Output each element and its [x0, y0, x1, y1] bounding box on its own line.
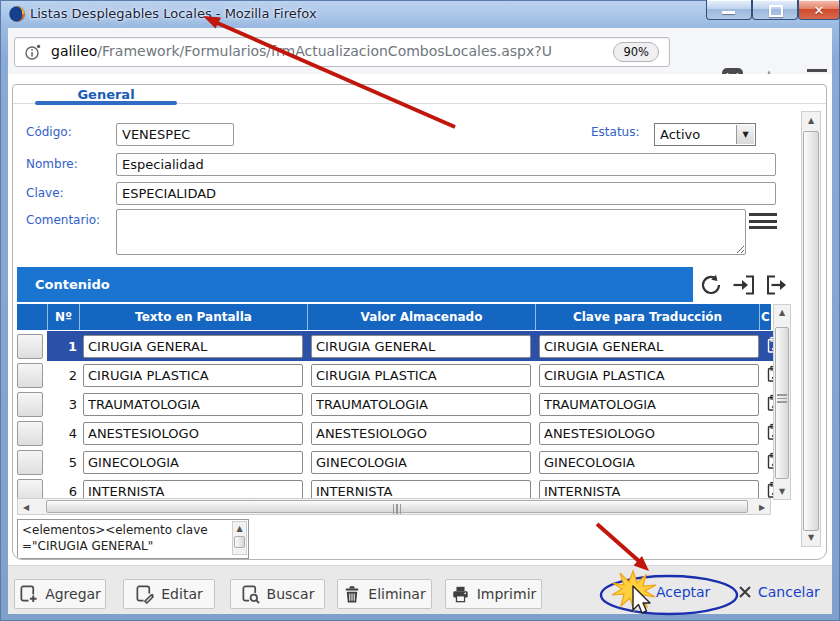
- row-number: 4: [47, 420, 77, 447]
- codigo-label: Código:: [26, 125, 72, 139]
- scroll-up-icon[interactable]: ▲: [233, 524, 246, 533]
- tab-general[interactable]: General: [37, 87, 175, 102]
- search-icon: [241, 585, 260, 604]
- table-row: 2: [17, 362, 771, 389]
- imprimir-label: Imprimir: [477, 586, 537, 602]
- contenido-title: Contenido: [35, 277, 110, 292]
- page-scrollbar-thumb[interactable]: [803, 131, 819, 531]
- row-selector-button[interactable]: [17, 421, 43, 446]
- clave-input[interactable]: [116, 182, 776, 205]
- eliminar-button[interactable]: Eliminar: [337, 579, 432, 609]
- row-selector-button[interactable]: [17, 334, 43, 359]
- codigo-input[interactable]: [116, 123, 234, 146]
- row-selector-button[interactable]: [17, 363, 43, 388]
- table-vertical-scrollbar: ▲ ▼: [773, 304, 791, 500]
- editar-label: Editar: [161, 586, 202, 602]
- zoom-indicator[interactable]: 90%: [613, 42, 659, 62]
- minimize-button[interactable]: [706, 0, 752, 20]
- row-selector-button[interactable]: [17, 450, 43, 475]
- url-bar[interactable]: galileo/Framework/Formularios/frmActuali…: [14, 37, 670, 67]
- xml-scrollbar-thumb[interactable]: [234, 536, 245, 548]
- table-horizontal-scrollbar: ◀ ▶: [17, 498, 771, 515]
- import-icon[interactable]: [731, 272, 757, 298]
- estatus-label: Estatus:: [591, 125, 640, 139]
- navigation-toolbar: galileo/Framework/Formularios/frmActuali…: [8, 28, 832, 75]
- title-bar: Listas Desplegables Locales - Mozilla Fi…: [0, 0, 840, 28]
- imprimir-button[interactable]: Imprimir: [445, 579, 542, 609]
- edit-icon: [135, 585, 154, 604]
- printer-icon: [451, 585, 470, 603]
- clave-cell-input[interactable]: [539, 393, 759, 416]
- scroll-down-icon[interactable]: ▼: [802, 533, 820, 542]
- col-clave: Clave para Traducción: [535, 304, 759, 330]
- editar-button[interactable]: Editar: [123, 579, 215, 609]
- xml-preview-box[interactable]: <elementos><elemento clave="CIRUGIA GENE…: [17, 519, 249, 559]
- buscar-label: Buscar: [267, 586, 315, 602]
- url-host: galileo: [51, 43, 97, 59]
- estatus-select[interactable]: Activo ▼: [654, 123, 756, 146]
- col-extra: C: [759, 304, 771, 330]
- valor-cell-input[interactable]: [311, 451, 531, 474]
- page-vertical-scrollbar: ▲ ▼: [801, 111, 821, 547]
- trash-icon: [343, 585, 361, 604]
- table-row: 3: [17, 391, 771, 418]
- col-valor: Valor Almacenado: [307, 304, 535, 330]
- cancel-x-icon: [738, 585, 752, 599]
- texto-cell-input[interactable]: [83, 422, 303, 445]
- table-scrollbar-thumb[interactable]: [775, 327, 789, 479]
- comentario-textarea[interactable]: [116, 209, 746, 255]
- estatus-value: Activo: [660, 127, 700, 142]
- cancelar-button[interactable]: Cancelar: [738, 584, 820, 600]
- close-button[interactable]: ✕: [798, 0, 840, 20]
- estatus-dropdown-icon[interactable]: ▼: [736, 125, 754, 144]
- action-bar: Agregar Editar Buscar Eliminar Imprimir …: [8, 565, 832, 614]
- texto-cell-input[interactable]: [83, 451, 303, 474]
- clave-cell-input[interactable]: [539, 422, 759, 445]
- table-row: 1: [17, 333, 771, 360]
- valor-cell-input[interactable]: [311, 422, 531, 445]
- valor-cell-input[interactable]: [311, 393, 531, 416]
- col-texto: Texto en Pantalla: [79, 304, 307, 330]
- aceptar-button[interactable]: Aceptar: [656, 584, 710, 600]
- clave-cell-input[interactable]: [539, 335, 759, 358]
- minimize-icon: [722, 11, 735, 14]
- eliminar-label: Eliminar: [368, 586, 425, 602]
- clave-cell-input[interactable]: [539, 364, 759, 387]
- site-info-icon[interactable]: [25, 44, 41, 60]
- buscar-button[interactable]: Buscar: [230, 579, 325, 609]
- clave-cell-input[interactable]: [539, 451, 759, 474]
- scroll-down-icon[interactable]: ▼: [774, 487, 790, 496]
- refresh-icon[interactable]: [698, 272, 724, 298]
- col-selector: [17, 304, 47, 330]
- scroll-up-icon[interactable]: ▲: [774, 308, 790, 317]
- contenido-header: Contenido: [17, 267, 693, 302]
- firefox-icon: [8, 5, 26, 23]
- table-row: 5: [17, 449, 771, 476]
- texto-cell-input[interactable]: [83, 335, 303, 358]
- close-icon: ✕: [814, 3, 825, 18]
- lines-icon[interactable]: [749, 213, 777, 233]
- scroll-left-icon[interactable]: ◀: [18, 503, 34, 512]
- valor-cell-input[interactable]: [311, 364, 531, 387]
- window-title: Listas Desplegables Locales - Mozilla Fi…: [30, 6, 317, 21]
- agregar-button[interactable]: Agregar: [14, 579, 106, 609]
- nombre-input[interactable]: [116, 153, 776, 176]
- texto-cell-input[interactable]: [83, 364, 303, 387]
- table-row: 4: [17, 420, 771, 447]
- browser-window: Listas Desplegables Locales - Mozilla Fi…: [0, 0, 840, 621]
- row-selector-button[interactable]: [17, 392, 43, 417]
- table-header: Nº Texto en Pantalla Valor Almacenado Cl…: [17, 304, 771, 330]
- maximize-button[interactable]: [752, 0, 798, 20]
- export-icon[interactable]: [764, 272, 790, 298]
- xml-scrollbar: ▲: [232, 521, 247, 555]
- xml-preview-text: <elementos><elemento clave="CIRUGIA GENE…: [22, 522, 222, 554]
- scroll-right-icon[interactable]: ▶: [754, 503, 770, 512]
- scroll-up-icon[interactable]: ▲: [802, 116, 820, 125]
- col-num: Nº: [47, 304, 79, 330]
- horizontal-scrollbar-thumb[interactable]: [46, 500, 748, 513]
- row-number: 2: [47, 362, 77, 389]
- texto-cell-input[interactable]: [83, 393, 303, 416]
- valor-cell-input[interactable]: [311, 335, 531, 358]
- active-tab-indicator: [35, 101, 177, 105]
- form-panel: General Código: Estatus: Activo ▼ Nombre…: [12, 84, 827, 560]
